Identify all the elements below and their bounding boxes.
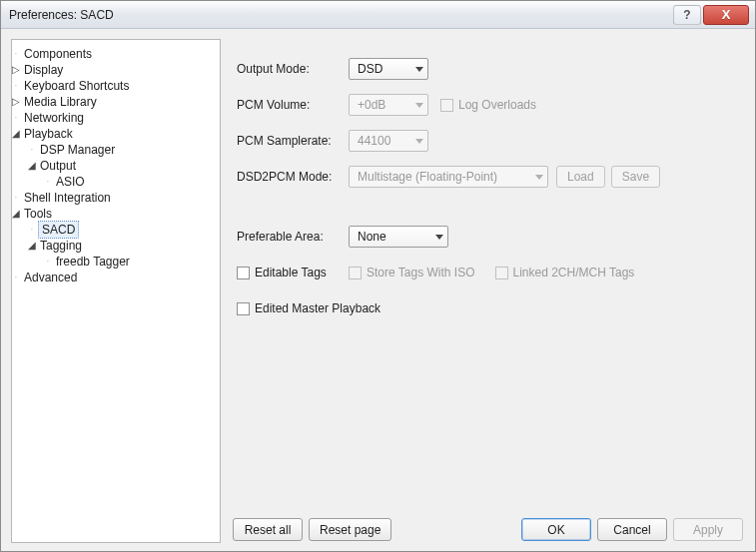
edited-master-playback-text: Edited Master Playback <box>255 301 380 315</box>
row-dsd2pcm: DSD2PCM Mode: Multistage (Floating-Point… <box>237 165 735 189</box>
preferences-window: Preferences: SACD ? X ·Components ▷Displ… <box>0 0 756 552</box>
tree-networking[interactable]: ·Networking <box>22 110 216 126</box>
window-title: Preferences: SACD <box>9 8 673 22</box>
tree-tagging[interactable]: ◢Tagging <box>38 238 216 254</box>
leaf-icon: · <box>42 254 54 270</box>
editable-tags-checkbox[interactable]: Editable Tags <box>237 266 349 279</box>
apply-button: Apply <box>673 518 743 541</box>
checkbox-icon <box>349 267 362 279</box>
collapsed-icon: ▷ <box>11 62 22 78</box>
store-tags-iso-checkbox: Store Tags With ISO <box>349 266 475 279</box>
row-pcm-samplerate: PCM Samplerate: 44100 <box>237 129 735 153</box>
expanded-icon: ◢ <box>11 206 22 222</box>
cancel-button[interactable]: Cancel <box>597 518 667 541</box>
sacd-form: Output Mode: DSD PCM Volume: +0dB <box>231 39 745 512</box>
expanded-icon: ◢ <box>26 238 38 254</box>
dialog-footer: Reset all Reset page OK Cancel Apply <box>231 512 745 543</box>
tree-root: ·Components ▷Display ·Keyboard Shortcuts… <box>16 46 216 285</box>
help-icon: ? <box>683 8 690 22</box>
main-pane: Output Mode: DSD PCM Volume: +0dB <box>231 39 745 543</box>
store-tags-iso-text: Store Tags With ISO <box>367 266 475 279</box>
row-preferable-area: Preferable Area: None <box>237 225 735 249</box>
chevron-down-icon <box>415 139 423 144</box>
chevron-down-icon <box>415 67 423 72</box>
pcm-samplerate-value: 44100 <box>358 134 390 148</box>
leaf-icon: · <box>26 142 38 158</box>
preferable-area-select[interactable]: None <box>349 226 448 248</box>
titlebar-buttons: ? X <box>673 5 749 25</box>
dsd2pcm-value: Multistage (Floating-Point) <box>358 170 497 184</box>
dsd2pcm-label: DSD2PCM Mode: <box>237 170 349 184</box>
editable-tags-text: Editable Tags <box>255 266 327 279</box>
checkbox-icon <box>440 99 453 112</box>
log-overloads-text: Log Overloads <box>458 98 536 112</box>
leaf-icon: · <box>11 46 22 62</box>
chevron-down-icon <box>435 235 443 240</box>
edited-master-playback-checkbox[interactable]: Edited Master Playback <box>237 301 380 315</box>
expanded-icon: ◢ <box>11 126 22 142</box>
row-output-mode: Output Mode: DSD <box>237 57 735 81</box>
checkbox-icon <box>237 267 250 279</box>
footer-right: OK Cancel Apply <box>521 518 743 541</box>
tree-sacd[interactable]: ·SACD <box>38 222 216 238</box>
close-icon: X <box>722 7 731 22</box>
leaf-icon: · <box>11 270 22 285</box>
dsd2pcm-load-button: Load <box>556 166 605 188</box>
leaf-icon: · <box>11 190 22 206</box>
chevron-down-icon <box>415 103 423 108</box>
help-button[interactable]: ? <box>673 5 701 25</box>
footer-left: Reset all Reset page <box>233 518 391 541</box>
output-mode-label: Output Mode: <box>237 62 349 76</box>
preferable-area-value: None <box>358 230 386 244</box>
tree-tools[interactable]: ◢Tools <box>22 206 216 222</box>
output-mode-select[interactable]: DSD <box>349 58 428 80</box>
checkbox-icon <box>495 267 508 279</box>
collapsed-icon: ▷ <box>11 94 22 110</box>
pcm-samplerate-label: PCM Samplerate: <box>237 134 349 148</box>
tree-asio[interactable]: ·ASIO <box>54 174 216 190</box>
tree-advanced[interactable]: ·Advanced <box>22 270 216 285</box>
tree-playback[interactable]: ◢Playback <box>22 126 216 142</box>
linked-channels-text: Linked 2CH/MCH Tags <box>513 266 635 279</box>
tree-dsp-manager[interactable]: ·DSP Manager <box>38 142 216 158</box>
row-edited-master: Edited Master Playback <box>237 296 735 320</box>
preferences-tree[interactable]: ·Components ▷Display ·Keyboard Shortcuts… <box>11 39 221 543</box>
reset-page-button[interactable]: Reset page <box>309 518 391 541</box>
leaf-icon: · <box>11 110 22 126</box>
preferable-area-label: Preferable Area: <box>237 230 349 244</box>
tree-display[interactable]: ▷Display <box>22 62 216 78</box>
tree-media-library[interactable]: ▷Media Library <box>22 94 216 110</box>
expanded-icon: ◢ <box>26 158 38 174</box>
window-body: ·Components ▷Display ·Keyboard Shortcuts… <box>1 29 755 551</box>
titlebar: Preferences: SACD ? X <box>1 1 755 29</box>
pcm-volume-label: PCM Volume: <box>237 98 349 112</box>
dsd2pcm-select: Multistage (Floating-Point) <box>349 166 548 188</box>
chevron-down-icon <box>535 175 543 180</box>
close-button[interactable]: X <box>703 5 749 25</box>
pcm-volume-value: +0dB <box>358 98 385 112</box>
leaf-icon: · <box>11 78 22 94</box>
linked-channels-checkbox: Linked 2CH/MCH Tags <box>495 266 635 279</box>
tree-output[interactable]: ◢Output <box>38 158 216 174</box>
log-overloads-checkbox: Log Overloads <box>440 98 536 112</box>
tree-keyboard-shortcuts[interactable]: ·Keyboard Shortcuts <box>22 78 216 94</box>
tree-components[interactable]: ·Components <box>22 46 216 62</box>
row-pcm-volume: PCM Volume: +0dB Log Overloads <box>237 93 735 117</box>
output-mode-value: DSD <box>358 62 382 76</box>
tree-freedb-tagger[interactable]: ·freedb Tagger <box>54 254 216 270</box>
dsd2pcm-save-button: Save <box>611 166 660 188</box>
leaf-icon: · <box>42 174 54 190</box>
ok-button[interactable]: OK <box>521 518 591 541</box>
tree-shell-integration[interactable]: ·Shell Integration <box>22 190 216 206</box>
pcm-volume-select: +0dB <box>349 94 428 116</box>
reset-all-button[interactable]: Reset all <box>233 518 303 541</box>
leaf-icon: · <box>26 222 38 238</box>
checkbox-icon <box>237 302 250 315</box>
row-tag-options: Editable Tags Store Tags With ISO Linked… <box>237 261 735 284</box>
pcm-samplerate-select: 44100 <box>349 130 428 152</box>
